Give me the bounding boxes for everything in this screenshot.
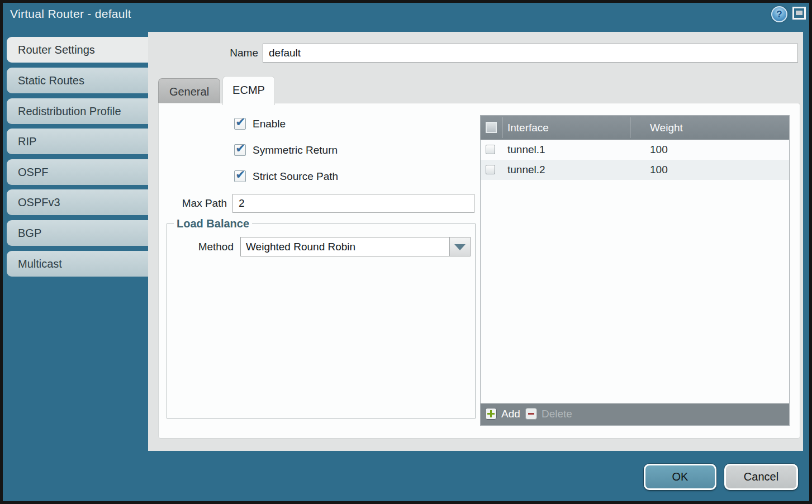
delete-button-label: Delete xyxy=(542,408,572,420)
delete-icon xyxy=(525,408,537,420)
add-button[interactable]: Add xyxy=(485,408,519,420)
restore-window-icon[interactable] xyxy=(792,7,806,20)
sidebar-item-static-routes[interactable]: Static Routes xyxy=(7,68,148,93)
tab-ecmp[interactable]: ECMP xyxy=(222,76,275,105)
checkmark-icon: ✔ xyxy=(235,141,245,155)
interface-table: Interface Weight tunnel.1 100 tunnel.2 1… xyxy=(480,115,790,426)
sidebar-item-rip[interactable]: RIP xyxy=(7,129,148,154)
chevron-down-icon[interactable] xyxy=(449,237,470,256)
checkmark-icon: ✔ xyxy=(235,115,245,129)
load-balance-group: Load Balance Method Weighted Round Robin xyxy=(167,217,476,419)
table-footer: Add Delete xyxy=(481,403,789,425)
content-area: Name General ECMP ✔ Enable ✔ Symmetric R… xyxy=(148,32,803,451)
table-row[interactable]: tunnel.2 100 xyxy=(481,160,789,180)
select-all-checkbox[interactable] xyxy=(486,122,497,133)
sidebar-item-ospfv3[interactable]: OSPFv3 xyxy=(7,189,148,215)
column-header-interface[interactable]: Interface xyxy=(507,116,549,140)
symmetric-return-checkbox[interactable]: ✔ xyxy=(234,144,246,156)
cell-weight: 100 xyxy=(650,160,668,180)
strict-source-path-checkbox[interactable]: ✔ xyxy=(234,170,246,182)
cell-interface: tunnel.1 xyxy=(507,140,545,160)
enable-label: Enable xyxy=(253,118,286,130)
name-label: Name xyxy=(215,44,258,63)
column-divider xyxy=(502,117,502,138)
add-button-label: Add xyxy=(501,408,520,420)
method-label: Method xyxy=(167,237,234,256)
max-path-label: Max Path xyxy=(159,194,227,213)
ok-button[interactable]: OK xyxy=(644,464,716,490)
sidebar-item-redistribution-profile[interactable]: Redistribution Profile xyxy=(7,98,148,124)
load-balance-legend: Load Balance xyxy=(174,217,252,230)
row-checkbox[interactable] xyxy=(486,165,495,174)
cell-weight: 100 xyxy=(650,140,668,160)
delete-button[interactable]: Delete xyxy=(525,408,576,420)
sidebar-item-multicast[interactable]: Multicast xyxy=(7,251,148,277)
column-divider xyxy=(630,117,630,138)
cancel-button[interactable]: Cancel xyxy=(724,464,798,490)
sidebar-item-ospf[interactable]: OSPF xyxy=(7,159,148,185)
row-checkbox[interactable] xyxy=(486,145,495,154)
method-dropdown[interactable]: Weighted Round Robin xyxy=(240,237,471,256)
cell-interface: tunnel.2 xyxy=(507,160,545,180)
name-input[interactable] xyxy=(263,44,798,63)
enable-checkbox[interactable]: ✔ xyxy=(234,118,246,130)
strict-source-path-label: Strict Source Path xyxy=(253,170,338,183)
table-row[interactable]: tunnel.1 100 xyxy=(481,140,789,160)
window-title: Virtual Router - default xyxy=(10,7,131,21)
table-header: Interface Weight xyxy=(481,116,789,140)
sidebar-item-bgp[interactable]: BGP xyxy=(7,220,148,246)
method-value: Weighted Round Robin xyxy=(246,237,355,256)
max-path-input[interactable] xyxy=(232,194,474,213)
help-icon[interactable]: ? xyxy=(771,6,787,22)
ecmp-panel: ✔ Enable ✔ Symmetric Return ✔ Strict Sou… xyxy=(158,103,800,439)
checkmark-icon: ✔ xyxy=(235,168,245,182)
symmetric-return-label: Symmetric Return xyxy=(253,144,338,156)
column-header-weight[interactable]: Weight xyxy=(650,116,683,140)
sidebar-item-router-settings[interactable]: Router Settings xyxy=(7,37,148,63)
add-icon xyxy=(485,408,497,420)
tab-general[interactable]: General xyxy=(158,78,220,104)
